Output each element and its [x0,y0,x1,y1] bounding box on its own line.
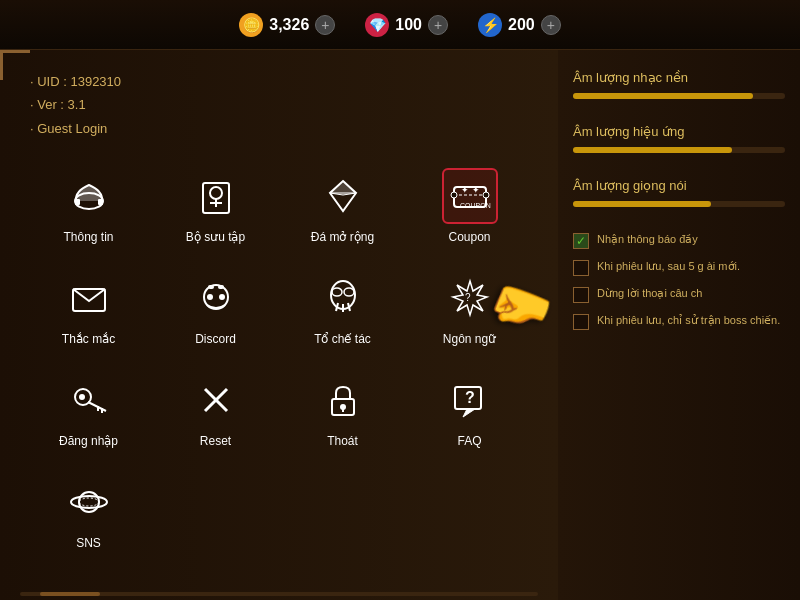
checkmark-icon: ✓ [576,233,586,250]
uid-label: · UID : 1392310 [30,70,538,93]
key-icon [61,372,117,428]
top-bar: 🪙 3,326 + 💎 100 + ⚡ 200 + [0,0,800,50]
bolt-add-button[interactable]: + [541,15,561,35]
book-icon [188,168,244,224]
icon-grid: Thông tin Bộ sưu tập [20,160,538,558]
bo-suu-tap-label: Bộ sưu tập [186,230,245,244]
svg-point-13 [451,192,457,198]
gem-value: 100 [395,16,422,34]
svg-rect-2 [98,199,103,205]
svg-marker-40 [463,409,475,417]
sfx-fill [573,147,732,153]
icon-da-mo-rong[interactable]: Đá mở rộng [284,160,401,252]
gem-icon: 💎 [365,13,389,37]
faq-label: FAQ [457,434,481,448]
thong-tin-label: Thông tin [63,230,113,244]
bolt-value: 200 [508,16,535,34]
bolt-group: ⚡ 200 + [478,13,561,37]
svg-point-18 [207,294,213,300]
x-icon [188,372,244,428]
to-che-tac-label: Tổ chế tác [314,332,371,346]
right-panel: Âm lượng nhạc nền Âm lượng hiệu ứng Âm l… [558,50,800,600]
faq-icon: ? [442,372,498,428]
svg-rect-20 [208,285,214,289]
da-mo-rong-label: Đá mở rộng [311,230,374,244]
ver-label: · Ver : 3.1 [30,93,538,116]
scroll-thumb[interactable] [40,592,100,596]
svg-point-19 [219,294,225,300]
svg-point-43 [71,496,107,508]
coin-icon: 🪙 [239,13,263,37]
planet-icon [61,474,117,530]
user-info: · UID : 1392310 · Ver : 3.1 · Guest Logi… [20,70,538,140]
discord-icon [188,270,244,326]
icon-discord[interactable]: Discord [157,262,274,354]
envelope-icon [61,270,117,326]
icon-bo-suu-tap[interactable]: Bộ sưu tập [157,160,274,252]
svg-rect-1 [75,199,80,205]
icon-sns[interactable]: SNS [30,466,147,558]
icon-faq[interactable]: ? FAQ [411,364,528,456]
svg-text:?: ? [465,389,475,406]
discord-label: Discord [195,332,236,346]
music-slider[interactable] [573,93,785,99]
coin-value: 3,326 [269,16,309,34]
icon-thoat[interactable]: Thoát [284,364,401,456]
icon-thong-tin[interactable]: Thông tin [30,160,147,252]
sfx-label: Âm lượng hiệu ứng [573,124,785,139]
svg-point-14 [483,192,489,198]
svg-text:?: ? [465,292,471,303]
notif-checkbox-4[interactable] [573,314,589,330]
notif-checkbox-1[interactable]: ✓ [573,233,589,249]
ngon-ngu-label: Ngôn ngữ [443,332,496,346]
svg-point-33 [79,394,85,400]
voice-label: Âm lượng giọng nói [573,178,785,193]
gem-add-button[interactable]: + [428,15,448,35]
notif-item-3: Dừng lời thoại câu ch [573,286,785,303]
svg-rect-21 [218,285,224,289]
music-fill [573,93,753,99]
lock-icon [315,372,371,428]
notif-checkbox-3[interactable] [573,287,589,303]
svg-point-4 [210,187,222,199]
voice-fill [573,201,711,207]
notif-checkbox-2[interactable] [573,260,589,276]
coupon-label: Coupon [448,230,490,244]
gem-group: 💎 100 + [365,13,448,37]
icon-coupon[interactable]: COUPON ✦ ✦ Coupon [411,160,528,252]
sns-label: SNS [76,536,101,550]
svg-line-26 [348,303,350,311]
bolt-icon: ⚡ [478,13,502,37]
thac-mac-label: Thắc mắc [62,332,115,346]
icon-thac-mac[interactable]: Thắc mắc [30,262,147,354]
diamond-icon [315,168,371,224]
notif-text-4: Khi phiêu lưu, chỉ sử trận boss chiến. [597,313,780,328]
dang-nhap-label: Đăng nhập [59,434,118,448]
notif-text-3: Dừng lời thoại câu ch [597,286,702,301]
notif-item-1: ✓ Nhận thông báo đầy [573,232,785,249]
notif-text-1: Nhận thông báo đầy [597,232,698,247]
icon-to-che-tac[interactable]: Tổ chế tác [284,262,401,354]
svg-point-23 [332,288,342,296]
coupon-icon: COUPON ✦ ✦ [442,168,498,224]
voice-slider[interactable] [573,201,785,207]
svg-point-24 [344,288,354,296]
voice-section: Âm lượng giọng nói [573,178,785,207]
corner-decoration [0,50,30,80]
scroll-indicator [20,592,538,596]
sfx-section: Âm lượng hiệu ứng [573,124,785,153]
notification-group: ✓ Nhận thông báo đầy Khi phiêu lưu, sau … [573,232,785,330]
icon-dang-nhap[interactable]: Đăng nhập [30,364,147,456]
svg-text:✦ ✦: ✦ ✦ [461,185,480,195]
music-label: Âm lượng nhạc nền [573,70,785,85]
sfx-slider[interactable] [573,147,785,153]
main-panel: · UID : 1392310 · Ver : 3.1 · Guest Logi… [0,50,560,600]
icon-ngon-ngu[interactable]: ? Ngôn ngữ [411,262,528,354]
coin-add-button[interactable]: + [315,15,335,35]
helmet-icon [61,168,117,224]
notif-item-4: Khi phiêu lưu, chỉ sử trận boss chiến. [573,313,785,330]
icon-reset[interactable]: Reset [157,364,274,456]
alien-icon [315,270,371,326]
thoat-label: Thoát [327,434,358,448]
reset-label: Reset [200,434,231,448]
